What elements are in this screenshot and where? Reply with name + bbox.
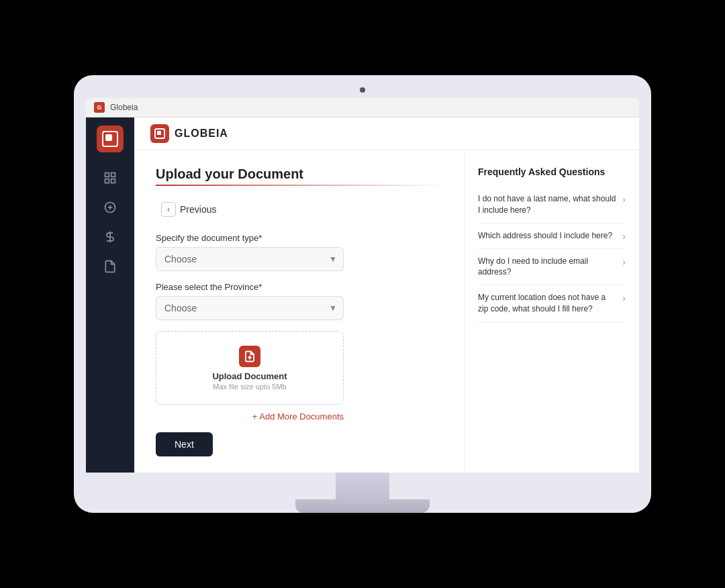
page-title: Upload your Document — [156, 166, 442, 182]
faq-question-1: Which address should I include here? — [478, 230, 622, 242]
next-button[interactable]: Next — [156, 432, 213, 456]
brand-icon-inner — [154, 128, 165, 139]
sidebar-logo[interactable] — [97, 126, 124, 152]
svg-rect-3 — [111, 179, 115, 183]
title-underline — [156, 185, 442, 186]
sidebar — [86, 117, 134, 473]
add-more-button[interactable]: + Add More Documents — [156, 411, 344, 422]
doc-type-section: Specify the document type* Choose ▼ — [156, 233, 442, 271]
brand-name: GLOBEIA — [175, 128, 228, 140]
doc-type-select-wrapper: Choose ▼ — [156, 247, 344, 271]
monitor-screen: GLOBEIA Upload your Document ‹ Previous — [86, 117, 639, 473]
faq-chevron-0-icon: › — [622, 194, 626, 205]
province-select-wrapper: Choose ▼ — [156, 296, 344, 320]
svg-rect-2 — [105, 179, 109, 183]
content-wrapper: Upload your Document ‹ Previous Specify … — [134, 150, 639, 473]
faq-item-3[interactable]: My current location does not have a zip … — [478, 285, 626, 322]
upload-subtitle: Max file size upto 5Mb — [213, 383, 286, 391]
province-section: Please select the Province* Choose ▼ — [156, 282, 442, 320]
monitor-stand — [86, 473, 639, 513]
faq-question-0: I do not have a last name, what should I… — [478, 193, 622, 216]
faq-item-0[interactable]: I do not have a last name, what should I… — [478, 187, 626, 224]
back-button[interactable]: ‹ Previous — [156, 199, 222, 219]
sidebar-item-plus[interactable] — [98, 195, 122, 219]
faq-title: Frequently Asked Questions — [478, 166, 626, 177]
province-select[interactable]: Choose — [156, 296, 344, 320]
stand-neck — [336, 473, 389, 499]
sidebar-item-file[interactable] — [98, 254, 122, 279]
faq-chevron-2-icon: › — [622, 256, 626, 267]
faq-item-1[interactable]: Which address should I include here? › — [478, 224, 626, 249]
sidebar-item-dollar[interactable] — [98, 225, 122, 249]
faq-question-3: My current location does not have a zip … — [478, 292, 622, 315]
camera-dot — [360, 87, 365, 93]
upload-title: Upload Document — [212, 371, 287, 381]
back-arrow-icon: ‹ — [161, 202, 176, 217]
browser-favicon: G — [94, 102, 105, 113]
faq-chevron-3-icon: › — [622, 293, 626, 303]
brand-icon — [150, 124, 169, 143]
main-area: GLOBEIA Upload your Document ‹ Previous — [134, 117, 639, 473]
faq-item-2[interactable]: Why do I need to include email address? … — [478, 249, 626, 286]
faq-chevron-1-icon: › — [622, 231, 626, 242]
svg-rect-0 — [105, 173, 109, 177]
stand-base — [295, 499, 430, 513]
doc-type-label: Specify the document type* — [156, 233, 442, 243]
back-label: Previous — [180, 204, 216, 215]
upload-file-icon — [239, 346, 260, 367]
top-nav: GLOBEIA — [134, 117, 639, 150]
doc-type-select[interactable]: Choose — [156, 247, 344, 271]
upload-area[interactable]: Upload Document Max file size upto 5Mb — [156, 331, 344, 405]
province-label: Please select the Province* — [156, 282, 442, 292]
sidebar-item-grid[interactable] — [98, 166, 122, 190]
main-content: Upload your Document ‹ Previous Specify … — [134, 150, 465, 473]
faq-question-2: Why do I need to include email address? — [478, 256, 622, 279]
brand: GLOBEIA — [150, 124, 228, 143]
svg-rect-1 — [111, 173, 115, 177]
browser-bar: G Globeia — [86, 98, 639, 117]
faq-sidebar: Frequently Asked Questions I do not have… — [465, 150, 639, 473]
browser-tab-label: Globeia — [110, 103, 138, 112]
sidebar-logo-inner — [102, 131, 118, 147]
